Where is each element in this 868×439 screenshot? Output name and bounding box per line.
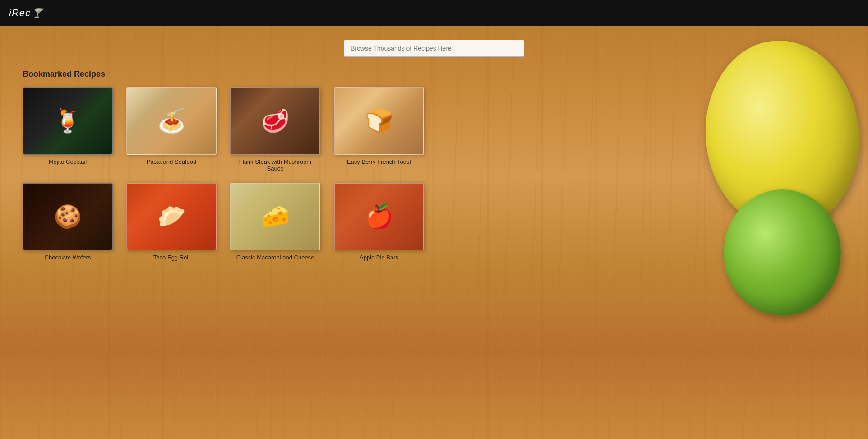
recipe-card-mac-cheese[interactable]: Classic Macaroni and Cheese [230, 183, 320, 261]
recipe-card-apple-pie[interactable]: Apple Pie Bars [334, 183, 424, 261]
recipe-card-french-toast[interactable]: Easy Berry French Toast [334, 87, 424, 172]
recipe-name-flank-steak: Flank Steak with Mushroom Sauce [230, 158, 320, 172]
recipe-image-egg-roll [126, 183, 217, 250]
recipe-image-flank-steak [230, 87, 320, 155]
recipe-name-french-toast: Easy Berry French Toast [347, 158, 411, 165]
recipe-name-mac-cheese: Classic Macaroni and Cheese [236, 254, 314, 261]
recipe-card-pasta[interactable]: Pasta and Seafood [126, 87, 217, 172]
recipe-name-pasta: Pasta and Seafood [147, 158, 197, 165]
recipe-image-pasta [126, 87, 217, 155]
app-logo[interactable]: iRec 🍸 [9, 7, 43, 19]
recipe-image-mojito [23, 87, 113, 155]
search-input[interactable] [344, 40, 524, 57]
search-container [18, 40, 850, 57]
recipe-image-french-toast [334, 87, 424, 155]
main-content: Bookmarked Recipes Mojito CocktailPasta … [0, 26, 868, 439]
recipe-image-mac-cheese [230, 183, 320, 250]
recipe-image-choc-wafers [23, 183, 113, 250]
logo-text: iRec [9, 7, 31, 19]
recipe-card-flank-steak[interactable]: Flank Steak with Mushroom Sauce [230, 87, 320, 172]
recipe-name-mojito: Mojito Cocktail [49, 158, 87, 165]
recipe-image-apple-pie [334, 183, 424, 250]
recipe-grid: Mojito CocktailPasta and SeafoodFlank St… [23, 87, 850, 261]
recipe-name-apple-pie: Apple Pie Bars [360, 254, 398, 261]
recipe-name-egg-roll: Taco Egg Roll [153, 254, 189, 261]
recipe-name-choc-wafers: Chocolate Wafers [45, 254, 91, 261]
recipe-card-mojito[interactable]: Mojito Cocktail [23, 87, 113, 172]
section-title: Bookmarked Recipes [23, 69, 850, 79]
recipe-card-choc-wafers[interactable]: Chocolate Wafers [23, 183, 113, 261]
recipe-card-egg-roll[interactable]: Taco Egg Roll [126, 183, 217, 261]
navbar: iRec 🍸 [0, 0, 868, 26]
logo-icon: 🍸 [32, 8, 43, 18]
